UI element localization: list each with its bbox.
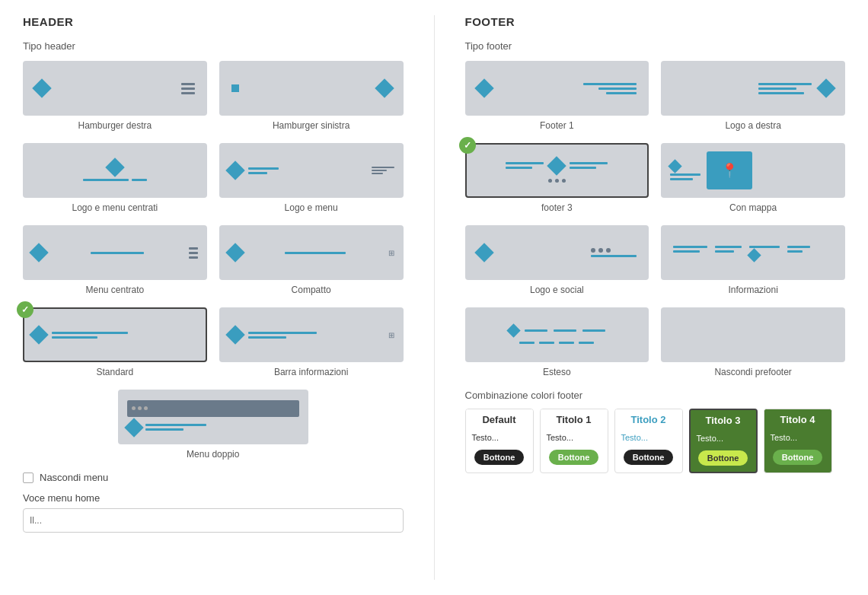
color-card-btn-titolo-4[interactable]: Bottone [773,450,823,465]
card-footer-3[interactable] [465,143,649,198]
mini-line [372,167,394,168]
ext-line [539,342,554,344]
info-line [673,250,700,253]
card-footer-1[interactable] [465,61,649,116]
cm-left [670,161,700,180]
color-card-titolo-2[interactable]: Titolo 2Testo...Bottone [614,409,683,473]
diamond-icon [816,78,835,97]
color-card-btn-default[interactable]: Bottone [474,450,525,465]
footer-section-title: FOOTER [465,15,846,28]
mini-lines [372,167,394,174]
tipo-footer-label: Tipo footer [465,40,846,52]
menu-line [83,179,129,181]
diamond-icon [506,323,520,337]
card-menu-doppio[interactable] [118,390,308,444]
footer-line [758,92,804,94]
color-card-body-titolo-4: Testo... [764,430,831,445]
color-card-btn-titolo-3[interactable]: Bottone [698,450,748,466]
ext-top [509,326,605,336]
lmc-bottom [83,179,147,181]
info-col [715,246,742,253]
card-menu-centrato[interactable] [23,225,207,280]
color-card-title-titolo-2: Titolo 2 [615,409,682,430]
voce-menu-home-select[interactable]: Il... [23,508,404,533]
nascondi-menu-checkbox[interactable] [23,473,34,483]
hamburger-line [181,92,195,94]
footer-line [591,255,637,257]
cm-map: 📍 [707,151,752,189]
lmc-card-inner [24,161,206,181]
f1-card-inner [467,81,648,95]
color-card-titolo-1[interactable]: Titolo 1Testo...Bottone [540,409,608,473]
md-top-dots [132,406,148,410]
card-label-logo-menu-centrati: Logo e menu centrati [72,202,158,213]
menu-line [285,252,346,254]
diamond-icon [474,243,493,262]
header-column: HEADER Tipo header Hamburger destra [23,15,404,580]
color-card-default[interactable]: DefaultTesto...Bottone [465,409,534,473]
card-barra-informazioni[interactable]: ⊞ [219,307,404,362]
md-bottom [127,421,206,434]
card-esteso[interactable] [465,307,649,362]
ext-bottom [519,342,594,344]
menu-line [145,424,206,426]
diamond-icon [32,78,51,97]
card-wrap-barra-informazioni: ⊞ Barra informazioni [219,307,404,377]
ext-line [582,329,605,332]
menu-line [248,172,267,174]
card-con-mappa[interactable]: 📍 [661,143,845,198]
card-logo-social[interactable] [465,225,649,280]
footer-line [506,167,532,169]
info-col [673,246,707,253]
card-label-compatto: Compatto [292,285,331,295]
footer-line [598,88,637,90]
card-hamburger-sinistra[interactable] [219,61,404,116]
color-card-titolo-4[interactable]: Titolo 4Testo...Bottone [764,409,832,473]
lm-right [372,167,394,174]
color-card-body-titolo-3: Testo... [691,431,756,446]
card-hamburger-destra[interactable] [23,61,207,116]
card-label-standard: Standard [97,367,134,377]
voce-menu-home-label: Voce menu home [23,492,404,504]
card-compatto[interactable]: ⊞ [219,225,404,280]
menu-line [132,179,147,181]
card-logo-a-destra[interactable] [661,61,845,116]
diamond-icon [225,325,244,344]
f3-dot [548,179,552,183]
card-standard[interactable] [23,307,207,362]
hamburger-lines [181,83,195,94]
diamond-icon [669,159,682,173]
color-card-btn-titolo-2[interactable]: Bottone [624,450,674,465]
card-nascondi-prefooter[interactable] [661,307,845,362]
card-logo-menu-centrati[interactable] [23,143,207,198]
pin-icon: 📍 [721,162,738,179]
card-wrap-nascondi-prefooter: Nascondi prefooter [661,307,845,377]
color-options-grid: DefaultTesto...BottoneTitolo 1Testo...Bo… [465,409,846,473]
cm-card-inner: 📍 [662,151,844,189]
info-col [787,246,810,253]
footer-line [758,83,812,85]
mc-center [91,252,144,254]
card-wrap-logo-a-destra: Logo a destra [661,61,845,131]
social-dot [598,248,603,253]
card-label-con-mappa: Con mappa [729,202,777,213]
color-card-btn-titolo-1[interactable]: Bottone [549,450,599,465]
card-logo-menu[interactable] [219,143,404,198]
card-label-footer-1: Footer 1 [540,120,574,131]
info-line [715,246,742,248]
diamond-icon [29,243,48,262]
color-card-titolo-3[interactable]: Titolo 3Testo...Bottone [689,409,758,473]
diamond-icon [474,78,493,97]
footer-line [570,167,596,169]
f3-top [506,159,608,173]
ls-right [591,248,637,257]
mini-line [372,173,383,174]
card-informazioni[interactable] [661,225,845,280]
footer-line [506,162,544,164]
card-wrap-con-mappa: 📍 Con mappa [661,143,845,213]
card-wrap-hamburger-sinistra: Hamburger sinistra [219,61,404,131]
compact-icon: ⊞ [388,249,394,257]
f3-lines-col [506,162,544,169]
diamond-icon [124,418,143,437]
f3-dot [555,179,559,183]
